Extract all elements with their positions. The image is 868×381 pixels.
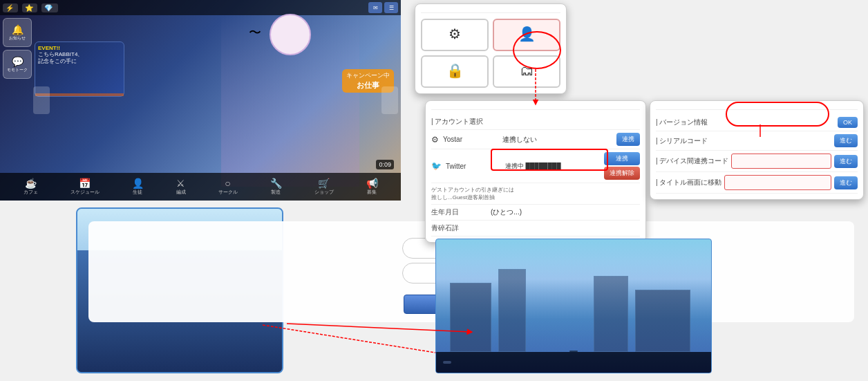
menu-button[interactable]: ☰ [384, 2, 398, 13]
account2-row-version: | バージョン情報 OK [656, 114, 858, 131]
notice-icon: 🔔 [12, 24, 23, 35]
account-row-selection: | アカウント選択 [431, 114, 640, 130]
gold-stat: ⭐ [22, 3, 37, 12]
version-ok-button[interactable]: OK [838, 117, 858, 128]
char-body: 〜 [242, 35, 339, 187]
sidebar-momotalk[interactable]: 💬 モモトーク [3, 50, 32, 79]
account-dialog2-title [656, 106, 858, 110]
twitter-icon-small: 🐦 [431, 161, 442, 171]
svg-line-1 [263, 325, 435, 353]
account-row-desc: ゲストアカウントの引き継ぎには推しし...Guest遊客刷首抽 [431, 183, 640, 205]
menu-item-items[interactable]: 🗂 [493, 55, 560, 88]
nav-craft[interactable]: 🔧製造 [270, 178, 282, 196]
char-head [270, 14, 311, 55]
twitter-unlink-button[interactable]: 連携解除 [604, 167, 640, 180]
yostar-icon-small: ⚙ [431, 135, 439, 145]
game2-menu[interactable] [443, 361, 451, 364]
hud-right-icons: ✉ ☰ [368, 2, 398, 13]
game2-twitter-label [569, 351, 578, 352]
account-row-birthday: 生年月日 (ひとつ...) [431, 205, 640, 221]
char-hair-left: 〜 [249, 24, 261, 41]
menu-item-options[interactable]: ⚙ [421, 19, 489, 51]
gems-stat: 💎 [41, 3, 58, 12]
game-hud: ⚡ ⭐ 💎 ✉ ☰ [0, 0, 401, 15]
momotalk-icon: 💬 [12, 56, 23, 67]
yostar-link-button[interactable]: 連携 [616, 133, 640, 146]
nav-schedule[interactable]: 📅スケジュール [70, 178, 100, 196]
game-nav: ☕カフェ 📅スケジュール 👤生徒 ⚔編成 ○サークル 🔧製造 🛒ショップ 📢募集 [0, 173, 401, 201]
equipment-icon: 🔒 [446, 62, 464, 79]
game-screenshot-2 [435, 239, 712, 373]
menu-dialog-title [421, 10, 560, 13]
account2-row-title-move: | タイトル画面に移動 進む [656, 172, 858, 194]
device-code-proceed-button[interactable]: 進む [834, 155, 858, 168]
account2-row-device-code: | デバイス間連携コード 進む [656, 151, 858, 172]
hp-stat: ⚡ [3, 3, 18, 12]
account2-row-serial: | シリアルコード 進む [656, 131, 858, 151]
account-dialog-2: | バージョン情報 OK | シリアルコード 進む | デバイス間連携コード 進… [650, 100, 864, 200]
options-icon: ⚙ [449, 26, 461, 42]
title-move-proceed-button[interactable]: 進む [834, 176, 858, 189]
nav-students[interactable]: 👤生徒 [132, 178, 144, 196]
sidebar-notice[interactable]: 🔔 お知らせ [3, 18, 32, 47]
items-icon: 🗂 [520, 63, 534, 79]
menu-grid: ⚙ 👤 🔒 🗂 [421, 19, 560, 88]
account-icon: 👤 [518, 26, 536, 42]
character-image: 〜 [221, 14, 359, 187]
hp-icon: ⚡ [6, 4, 14, 12]
game-screenshot: ⚡ ⭐ 💎 ✉ ☰ 🔔 お知らせ 💬 モモトーク EVENT!! こちらRABB… [0, 0, 401, 201]
account-row-yostar: ⚙ Yostar 連携しない 連携 [431, 130, 640, 149]
device-code-input[interactable] [731, 154, 831, 169]
serial-proceed-button[interactable]: 進む [834, 134, 858, 147]
menu-item-account[interactable]: 👤 [493, 19, 560, 51]
game-sidebar: 🔔 お知らせ 💬 モモトーク [0, 15, 35, 82]
menu-dialog: ⚙ 👤 🔒 🗂 [415, 3, 567, 94]
arrow-right[interactable] [381, 86, 398, 114]
gems-icon: 💎 [44, 4, 53, 12]
game2-buildings [436, 262, 711, 352]
account-row-twitter: 🐦 Twitter 連携中 ████████ 連携 連携解除 [431, 149, 640, 183]
nav-shop[interactable]: 🛒ショップ [314, 178, 334, 196]
nav-formation[interactable]: ⚔編成 [176, 178, 186, 196]
account-row-gems: 青碎石詳 [431, 221, 640, 236]
account-dialog-1: | アカウント選択 ⚙ Yostar 連携しない 連携 🐦 Twitter 連携… [425, 100, 646, 243]
timer: 0:09 [376, 160, 394, 169]
gold-icon: ⭐ [25, 4, 33, 12]
twitter-link-button[interactable]: 連携 [604, 152, 640, 165]
arrow-left[interactable] [33, 86, 50, 114]
title-move-input[interactable] [724, 175, 831, 190]
nav-circle[interactable]: ○サークル [218, 178, 238, 196]
game2-bottom-bar [436, 352, 711, 373]
nav-cafe[interactable]: ☕カフェ [23, 178, 38, 196]
mail-button[interactable]: ✉ [368, 2, 382, 13]
menu-item-equipment[interactable]: 🔒 [421, 55, 489, 88]
account-dialog1-title [431, 106, 640, 110]
nav-recruit[interactable]: 📢募集 [366, 178, 378, 196]
